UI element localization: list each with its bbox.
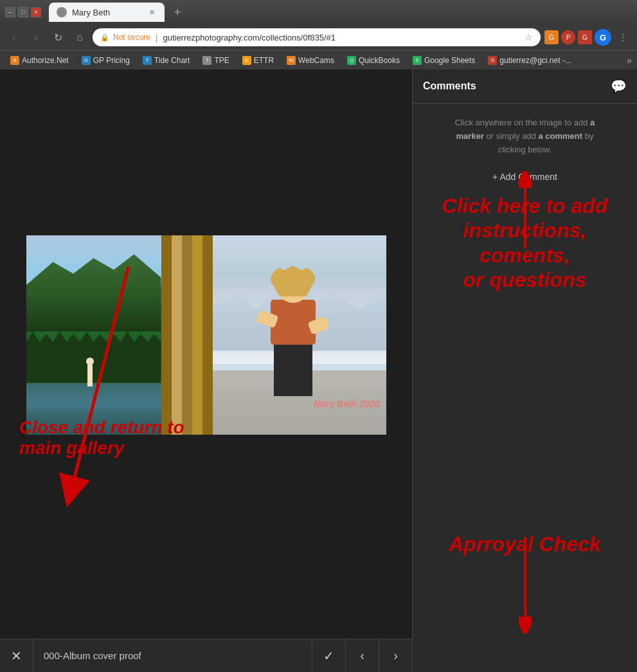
bookmark-star-icon[interactable]: ☆ bbox=[525, 32, 533, 42]
browser-tab[interactable]: Mary Beth ✕ bbox=[49, 3, 165, 22]
back-button[interactable]: ‹ bbox=[5, 28, 23, 46]
bookmark-tpe[interactable]: T TPE bbox=[197, 55, 234, 66]
bookmark-authorize[interactable]: A Authorize.Net bbox=[5, 55, 74, 66]
photo-watermark: Mary Beth 2020 bbox=[314, 399, 380, 409]
bookmark-email[interactable]: G gutierrez@gci.net -... bbox=[483, 55, 577, 66]
bookmark-favicon: S bbox=[413, 56, 422, 65]
approve-button[interactable]: ✓ bbox=[312, 639, 345, 673]
maximize-button[interactable]: □ bbox=[18, 7, 28, 17]
bookmark-favicon: G bbox=[82, 56, 91, 65]
album-left-photo bbox=[26, 235, 161, 435]
bookmark-favicon: A bbox=[10, 56, 19, 65]
bookmark-favicon: T bbox=[202, 56, 211, 65]
close-annotation: Close and return tomain gallery bbox=[19, 417, 184, 459]
more-options-icon[interactable]: ⋮ bbox=[614, 28, 632, 46]
bottom-bar: ✕ 000-Album cover proof ✓ ‹ › bbox=[0, 639, 412, 672]
comment-icon[interactable]: 💬 bbox=[611, 78, 627, 94]
album-right-photo: Mary Beth 2020 bbox=[213, 235, 386, 435]
bookmark-webcams[interactable]: W WebCams bbox=[282, 55, 339, 66]
close-window-button[interactable]: ✕ bbox=[31, 7, 41, 17]
main-content: Mary Beth 2020 Close and return tomain g… bbox=[0, 69, 637, 672]
close-icon: ✕ bbox=[11, 648, 22, 664]
bookmark-favicon: G bbox=[488, 56, 497, 65]
more-bookmarks-icon[interactable]: » bbox=[627, 55, 632, 66]
album-spine bbox=[161, 235, 213, 435]
bookmark-pricing[interactable]: G GP Pricing bbox=[76, 55, 135, 66]
arrow-down-svg bbox=[519, 537, 532, 633]
profile-button[interactable]: G bbox=[595, 29, 611, 46]
click-here-annotation: Click here to addinstructions,coments,or… bbox=[419, 194, 631, 293]
photo-area[interactable]: Mary Beth 2020 Close and return tomain g… bbox=[0, 69, 412, 639]
close-image-button[interactable]: ✕ bbox=[0, 639, 33, 673]
close-annotation-text: Close and return tomain gallery bbox=[19, 417, 184, 459]
photo-panel: Mary Beth 2020 Close and return tomain g… bbox=[0, 69, 412, 672]
image-name-label: 000-Album cover proof bbox=[33, 650, 312, 661]
minimize-button[interactable]: ─ bbox=[5, 7, 15, 17]
toolbar-actions: G P G G ⋮ bbox=[544, 28, 632, 46]
bookmark-tide[interactable]: T Tide Chart bbox=[138, 55, 195, 66]
address-bar-row: ‹ › ↻ ⌂ 🔒 Not secure | gutierrezphotogra… bbox=[0, 24, 637, 50]
comments-title: Comments bbox=[423, 80, 476, 92]
reload-button[interactable]: ↻ bbox=[49, 28, 67, 46]
comments-body: Click anywhere on the image to add amark… bbox=[413, 104, 637, 672]
click-here-text: Click here to addinstructions,coments,or… bbox=[419, 194, 631, 293]
comments-header: Comments 💬 bbox=[413, 69, 637, 104]
next-image-button[interactable]: › bbox=[379, 639, 412, 673]
comments-panel: Comments 💬 Click anywhere on the image t… bbox=[412, 69, 637, 672]
lock-icon: 🔒 bbox=[100, 33, 109, 42]
bookmark-favicon: Q bbox=[347, 56, 356, 65]
extensions-icon[interactable]: G bbox=[544, 30, 559, 44]
addon-icon[interactable]: G bbox=[578, 30, 592, 44]
pinterest-icon[interactable]: P bbox=[561, 30, 575, 44]
bookmark-ettr[interactable]: E ETTR bbox=[237, 55, 279, 66]
bookmark-favicon: T bbox=[143, 56, 152, 65]
tab-title: Mary Beth bbox=[72, 8, 110, 17]
bookmark-favicon: W bbox=[287, 56, 296, 65]
home-button[interactable]: ⌂ bbox=[71, 28, 89, 46]
browser-titlebar: ─ □ ✕ Mary Beth ✕ + bbox=[0, 0, 637, 24]
forward-button[interactable]: › bbox=[27, 28, 45, 46]
bookmark-quickbooks[interactable]: Q QuickBooks bbox=[342, 55, 405, 66]
comment-instruction: Click anywhere on the image to add amark… bbox=[455, 116, 595, 156]
prev-icon: ‹ bbox=[360, 648, 364, 663]
album-image: Mary Beth 2020 bbox=[26, 235, 386, 435]
prev-image-button[interactable]: ‹ bbox=[345, 639, 379, 673]
approve-icon: ✓ bbox=[323, 648, 334, 664]
tab-favicon bbox=[57, 7, 67, 17]
bookmarks-bar: A Authorize.Net G GP Pricing T Tide Char… bbox=[0, 50, 637, 69]
window-controls: ─ □ ✕ bbox=[5, 7, 41, 17]
url-display: gutierrezphotography.com/collections/0f8… bbox=[163, 33, 336, 42]
not-secure-label: Not secure bbox=[113, 33, 150, 42]
tab-close-button[interactable]: ✕ bbox=[147, 7, 157, 17]
address-input[interactable]: 🔒 Not secure | gutierrezphotography.com/… bbox=[93, 28, 541, 46]
bookmark-sheets[interactable]: S Google Sheets bbox=[408, 55, 480, 66]
new-tab-button[interactable]: + bbox=[168, 3, 186, 21]
bookmark-favicon: E bbox=[242, 56, 251, 65]
next-icon: › bbox=[393, 648, 398, 663]
